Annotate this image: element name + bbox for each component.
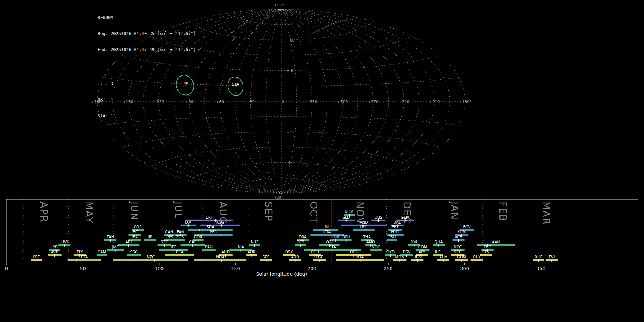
shower-code-label: DRA <box>299 235 307 239</box>
shower-code-label: OCT <box>297 240 305 244</box>
shower-code-label: PCA <box>176 250 184 254</box>
peak-marker <box>153 259 156 262</box>
shower-code-label: NZC <box>147 255 155 259</box>
shower-code-label: OBS <box>374 215 382 219</box>
shower-code-label: HYD <box>391 230 399 234</box>
peak-marker <box>109 239 112 241</box>
activity-bar <box>113 259 188 261</box>
month-label: APR <box>38 201 49 223</box>
peak-marker <box>437 244 440 247</box>
peak-marker <box>550 259 553 262</box>
shower-activity-RPU: RPU <box>341 235 352 241</box>
peak-marker <box>163 244 166 247</box>
month-label: JUN <box>129 201 140 221</box>
shower-code-label: NCC <box>454 245 462 249</box>
peak-marker <box>288 254 291 257</box>
shower-code-label: AUD <box>221 250 230 254</box>
peak-marker <box>334 239 337 241</box>
shower-code-label: ELY <box>77 250 83 254</box>
peak-marker <box>299 244 302 247</box>
shower-code-label: THA <box>363 235 371 239</box>
x-axis-title: Solar longitude (deg) <box>256 271 307 277</box>
shower-code-label: ORI <box>326 240 333 244</box>
shower-code-label: IXA <box>185 220 191 224</box>
peak-marker <box>377 219 380 222</box>
peak-marker <box>75 259 78 262</box>
shower-code-label: ECV <box>463 225 471 229</box>
shower-code-label: GDR <box>194 235 203 239</box>
x-tick-label: 200 <box>307 266 316 271</box>
peak-marker <box>391 239 394 241</box>
activity-timeline: APRMAYJUNJULAUGSEPOCTNOVDECJANFEBMARKUME… <box>5 199 638 277</box>
shower-activity-NDA: NDA <box>194 255 246 262</box>
shower-code-label: JEA <box>131 235 138 239</box>
meteor-trail <box>308 22 336 35</box>
lat-axis-label: -60 <box>287 160 294 165</box>
lat-axis-label: +30 <box>286 68 294 73</box>
shower-code-label: EHY <box>391 225 399 229</box>
shower-code-label: SZC <box>161 240 168 244</box>
peak-marker <box>178 254 181 257</box>
shower-code-label: NOO <box>372 245 380 249</box>
activity-bar <box>194 259 246 261</box>
peak-marker <box>253 244 256 247</box>
lon-axis-label: +0 <box>278 99 284 104</box>
peak-marker <box>537 259 540 262</box>
peak-marker <box>332 249 335 252</box>
lon-axis-label: +270 <box>368 99 379 104</box>
shower-code-label: MON <box>395 255 404 259</box>
shower-code-label: STA <box>329 245 336 249</box>
shower-code-label: SPE <box>263 255 270 259</box>
x-tick-label: 150 <box>231 266 240 271</box>
peak-marker <box>484 254 487 257</box>
activity-bar <box>477 244 515 246</box>
shower-code-label: RPU <box>342 235 350 239</box>
peak-marker <box>53 254 56 257</box>
shower-code-label: QUA <box>434 240 443 244</box>
lat-axis-label: +60 <box>286 38 294 43</box>
shower-code-label: NIA <box>238 245 244 249</box>
peak-marker <box>114 249 117 252</box>
shower-code-label: PER <box>210 230 217 234</box>
activity-bar <box>353 229 375 231</box>
peak-marker <box>413 244 416 247</box>
shower-code-label: PAU <box>205 245 213 249</box>
shower-code-label: XHE <box>535 255 543 259</box>
shower-activity-QUA: QUA <box>433 240 445 247</box>
shower-code-label: KCG <box>216 220 224 224</box>
lon-axis-label: +330 <box>307 99 317 104</box>
peak-marker <box>63 244 66 247</box>
lat-axis-label: -90° <box>275 195 283 200</box>
peak-marker <box>475 259 478 262</box>
sky-map-and-activity-plot: +180°+150+120+90+60+30+0+330+300+270+240… <box>0 0 644 322</box>
month-label: MAR <box>541 201 552 225</box>
peak-marker <box>359 259 362 262</box>
shower-code-label: LMI <box>322 225 329 229</box>
peak-marker <box>375 249 377 252</box>
x-tick-label: 50 <box>80 266 86 271</box>
shower-activity-NUE: NUE <box>249 240 260 247</box>
lon-axis-label: +30 <box>247 99 255 104</box>
shower-activity-HVI: HVI <box>58 240 70 247</box>
shower-code-label: CAM <box>98 250 106 254</box>
shower-code-label: XCB <box>455 235 462 239</box>
shower-activity-GUM: GUM <box>455 255 468 262</box>
shower-code-label: DSV <box>402 250 411 254</box>
peak-marker <box>326 234 328 236</box>
shower-activity-OCT: OCT <box>295 240 306 247</box>
shower-code-label: PPS <box>166 235 174 239</box>
month-label: FEB <box>497 201 508 222</box>
peak-marker <box>187 224 190 227</box>
shower-code-label: ERI <box>206 215 212 219</box>
grid-meridian <box>281 9 434 193</box>
shower-code-label: ARD <box>291 255 299 259</box>
peak-marker <box>148 239 151 241</box>
shower-code-label: NDA <box>216 255 225 259</box>
meteor-observation-screen: +180°+150+120+90+60+30+0+330+300+270+240… <box>0 0 644 322</box>
peak-marker <box>345 219 348 222</box>
peak-marker <box>220 259 223 262</box>
shower-code-label: TAH <box>106 235 114 239</box>
shower-code-label: HVI <box>61 240 68 244</box>
peak-marker <box>436 254 439 257</box>
shower-code-label: LUM <box>332 235 340 239</box>
